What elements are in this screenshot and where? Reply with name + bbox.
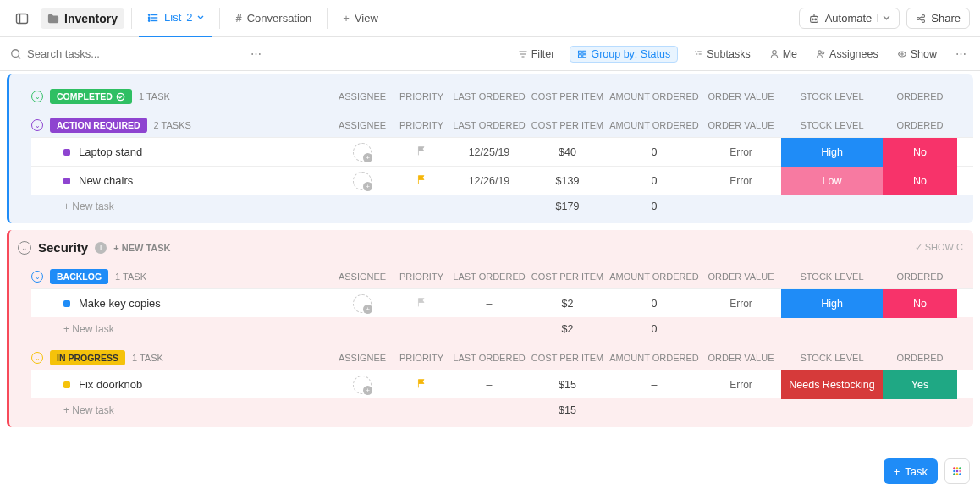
col-ordervalue: ORDER VALUE [701,353,781,363]
status-pill[interactable]: IN PROGRESS [50,350,125,365]
cell-ordered[interactable]: No [883,289,957,318]
col-assignee: ASSIGNEE [333,272,392,282]
task-title: Make key copies [79,297,161,310]
assignee-placeholder-icon[interactable] [353,143,372,162]
tab-label: View [355,12,378,25]
cell-lastordered[interactable]: 12/26/19 [451,175,527,187]
automate-button[interactable]: Automate [799,8,900,29]
cell-stock[interactable]: High [781,289,883,318]
cell-amount[interactable]: 0 [608,175,701,187]
info-icon[interactable]: i [95,242,107,254]
people-icon [816,49,826,59]
cell-ordered[interactable]: No [883,167,957,195]
cell-lastordered[interactable]: – [451,379,527,391]
collapse-status-icon[interactable]: ⌄ [31,352,43,364]
cell-lastordered[interactable]: – [451,298,527,310]
cell-priority[interactable] [392,378,451,392]
apps-fab[interactable] [944,458,970,484]
tab-list[interactable]: List 2 [139,0,212,37]
assignee-placeholder-icon[interactable] [353,376,372,394]
collapse-status-icon[interactable]: ⌄ [31,91,43,102]
share-button[interactable]: Share [906,8,970,29]
status-pill[interactable]: BACKLOG [50,269,108,284]
new-task-link[interactable]: + New task [63,398,114,422]
assignee-placeholder-icon[interactable] [353,172,372,190]
collapse-sidebar-icon[interactable] [10,7,34,30]
more-icon[interactable]: ⋯ [247,44,265,63]
cell-ordered[interactable]: Yes [883,370,957,399]
show-button[interactable]: Show [894,47,940,62]
cell-ordered[interactable]: No [883,138,957,167]
cell-stock[interactable]: Needs Restocking [781,370,883,399]
divider [327,8,328,29]
status-header: ⌄ ACTION REQUIRED 2 TASKS ASSIGNEE PRIOR… [31,113,973,137]
cell-ordervalue[interactable]: Error [701,379,781,391]
search-input[interactable] [27,47,146,60]
toolbar-more-icon[interactable]: ⋯ [952,44,970,63]
cell-assignee[interactable] [333,143,392,162]
new-task-link[interactable]: + New task [63,195,114,218]
cell-amount[interactable]: 0 [608,146,701,158]
show-label: Show [911,48,937,60]
cell-cost[interactable]: $40 [527,146,608,158]
status-pill[interactable]: COMPLETED [50,89,132,104]
filter-button[interactable]: Filter [515,47,559,62]
cell-cost[interactable]: $2 [527,298,608,310]
plus-icon: + [343,12,350,25]
tab-add-view[interactable]: + View [334,0,387,37]
cell-ordervalue[interactable]: Error [701,146,781,158]
svg-point-30 [772,50,776,54]
summary-cost: $15 [527,404,608,416]
cell-amount[interactable]: – [608,379,701,391]
task-title: Laptop stand [79,145,142,158]
assignees-button[interactable]: Assignees [812,47,882,62]
task-row[interactable]: New chairs 12/26/19 $139 0 Error Low No [31,166,973,195]
collapse-list-icon[interactable]: ⌄ [18,241,31,255]
list-header: ⌄ Security i + NEW TASK ✓ SHOW C [14,235,973,260]
toolbar: ⋯ Filter Group by: Status Subtasks Me As… [0,37,980,71]
chevron-down-icon[interactable] [877,14,890,22]
svg-point-13 [917,17,920,19]
subtasks-button[interactable]: Subtasks [690,47,753,62]
divider [131,8,132,29]
cell-assignee[interactable] [333,376,392,394]
list-title[interactable]: Security [38,240,88,255]
folder-chip[interactable]: Inventory [41,8,124,29]
groupby-button[interactable]: Group by: Status [570,46,678,63]
show-closed-link[interactable]: ✓ SHOW C [915,242,970,253]
status-section: ⌄ COMPLETED 1 TASK ASSIGNEE PRIORITY LAS… [31,85,973,108]
task-row[interactable]: Make key copies – $2 0 Error High No [31,288,973,317]
new-task-link[interactable]: + New task [63,317,114,341]
share-label: Share [931,12,961,25]
cell-assignee[interactable] [333,172,392,190]
cell-stock[interactable]: Low [781,167,883,195]
cell-priority[interactable] [392,174,451,188]
task-row[interactable]: Laptop stand 12/25/19 $40 0 Error High N… [31,137,973,166]
svg-rect-22 [579,51,582,53]
assignee-placeholder-icon[interactable] [353,294,372,313]
cell-cost[interactable]: $139 [527,175,608,187]
folder-icon [47,13,59,25]
cell-ordervalue[interactable]: Error [701,175,781,187]
search-wrap[interactable] [10,47,235,60]
tab-conversation[interactable]: # Conversation [227,0,320,37]
cell-priority[interactable] [392,145,451,159]
status-pill[interactable]: ACTION REQUIRED [50,118,147,133]
me-button[interactable]: Me [766,47,801,62]
new-task-fab[interactable]: + Task [884,458,938,484]
task-count: 1 TASK [139,91,170,102]
cell-stock[interactable]: High [781,138,883,167]
cell-amount[interactable]: 0 [608,298,701,310]
new-task-header-link[interactable]: + NEW TASK [113,243,170,253]
collapse-status-icon[interactable]: ⌄ [31,119,43,131]
task-row[interactable]: Fix doorknob – $15 – Error Needs Restock… [31,370,973,398]
cell-assignee[interactable] [333,294,392,313]
cell-lastordered[interactable]: 12/25/19 [451,146,527,158]
svg-line-18 [19,56,21,58]
collapse-status-icon[interactable]: ⌄ [31,271,43,283]
cell-priority[interactable] [392,297,451,310]
svg-point-10 [815,19,817,20]
cell-ordervalue[interactable]: Error [701,298,781,310]
cell-cost[interactable]: $15 [527,379,608,391]
status-section: ⌄ BACKLOG 1 TASK ASSIGNEE PRIORITY LAST … [31,265,973,341]
